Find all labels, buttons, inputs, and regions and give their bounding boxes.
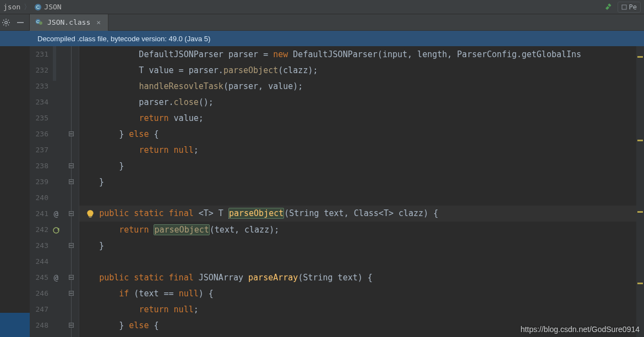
line-number: 248 [30, 321, 48, 329]
override-icon[interactable]: @ [54, 209, 58, 218]
fold-toggle[interactable]: – [69, 243, 74, 248]
method-call-highlight: parseObject [154, 224, 209, 235]
line-number: 242 [30, 225, 48, 234]
run-config-dropdown[interactable]: Pe [618, 2, 641, 13]
editor-tab[interactable]: C JSON.class × [30, 14, 108, 31]
tab-label: JSON.class [47, 18, 90, 26]
watermark: https://blog.csdn.net/GodSure0914 [521, 325, 640, 334]
svg-line-9 [3, 20, 4, 21]
svg-line-11 [3, 24, 4, 25]
line-number: 244 [30, 257, 48, 266]
intention-bulb-icon[interactable] [86, 209, 95, 218]
chevron-right-icon: 〉 [24, 2, 31, 12]
fold-toggle[interactable]: – [69, 275, 74, 280]
fold-toggle[interactable]: – [69, 211, 74, 216]
override-icon[interactable]: @ [54, 273, 58, 282]
warning-mark[interactable] [637, 211, 643, 213]
fold-toggle[interactable]: – [69, 291, 74, 296]
warning-mark[interactable] [637, 56, 643, 58]
fold-toggle[interactable]: – [69, 163, 74, 168]
fold-toggle[interactable]: – [69, 179, 74, 184]
marks-strip[interactable] [636, 46, 644, 337]
line-number: 234 [30, 98, 48, 106]
warning-mark[interactable] [637, 140, 643, 141]
svg-rect-18 [89, 216, 92, 217]
breadcrumb-item[interactable]: json [3, 3, 20, 11]
editor: 231 232 233 234 235 236– 237 238– 239– 2… [0, 46, 644, 337]
warning-mark[interactable] [637, 283, 643, 284]
recursive-call-icon[interactable] [52, 226, 60, 234]
svg-text:C: C [36, 4, 40, 10]
line-number: 231 [30, 50, 48, 58]
selection-marker [0, 313, 30, 337]
svg-rect-2 [608, 3, 611, 7]
line-number: 236 [30, 130, 48, 138]
svg-rect-3 [622, 5, 626, 9]
line-number: 238 [30, 162, 48, 170]
method-name-highlight: parseObject [228, 208, 284, 219]
gear-icon[interactable] [2, 18, 10, 27]
breadcrumb-bar: json 〉 C JSON Pe [0, 0, 644, 14]
svg-line-12 [8, 20, 9, 21]
line-number: 247 [30, 305, 48, 313]
fold-toggle[interactable]: – [69, 131, 74, 136]
class-file-icon: C [35, 17, 43, 27]
close-icon[interactable]: × [95, 18, 102, 26]
svg-point-4 [5, 21, 8, 24]
svg-point-16 [39, 21, 42, 25]
build-icon[interactable] [604, 3, 612, 11]
class-icon: C [34, 3, 42, 11]
code-area[interactable]: DefaultJSONParser parser = new DefaultJS… [79, 46, 644, 337]
line-number: 240 [30, 194, 48, 202]
line-number: 245 [30, 273, 48, 281]
current-line: public static final <T> T parseObject(St… [79, 206, 644, 222]
fold-toggle[interactable]: – [69, 323, 74, 328]
line-number: 232 [30, 66, 48, 74]
line-number: 239 [30, 178, 48, 186]
decompiled-banner: Decompiled .class file, bytecode version… [0, 31, 644, 46]
line-number: 246 [30, 289, 48, 297]
gutter: 231 232 233 234 235 236– 237 238– 239– 2… [30, 46, 79, 337]
line-number: 235 [30, 114, 48, 122]
svg-line-10 [8, 24, 9, 25]
line-number: 243 [30, 241, 48, 250]
line-number: 241 [30, 209, 48, 218]
minimize-icon[interactable] [16, 18, 25, 27]
breadcrumb-item[interactable]: C JSON [34, 3, 61, 11]
line-number: 233 [30, 82, 48, 90]
line-number: 237 [30, 146, 48, 154]
tab-strip: C JSON.class × [0, 14, 644, 31]
left-margin [0, 46, 30, 337]
